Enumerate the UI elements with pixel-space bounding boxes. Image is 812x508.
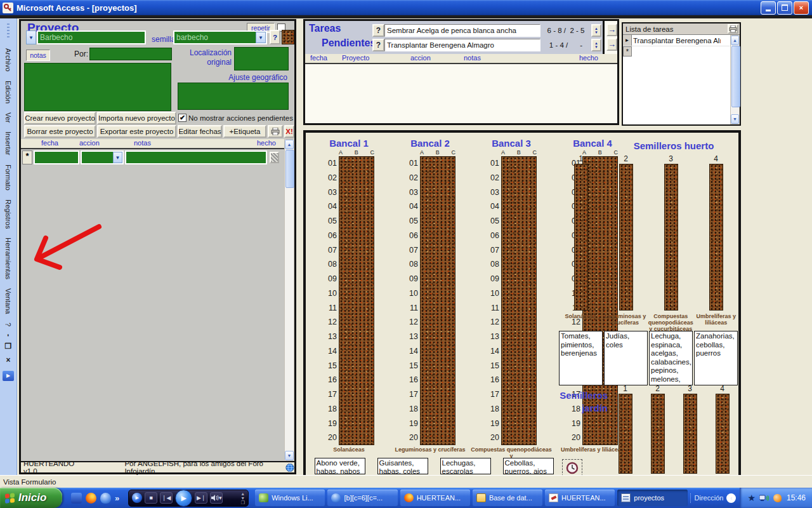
etiqueta-button[interactable]: +Etiqueta bbox=[223, 125, 266, 138]
por-field[interactable] bbox=[89, 48, 172, 60]
toolbar-options-button[interactable]: ▶ bbox=[3, 371, 14, 381]
send-task-button[interactable]: → bbox=[606, 23, 617, 36]
notas-field[interactable] bbox=[24, 63, 171, 111]
huerto-soil-column[interactable] bbox=[619, 164, 633, 311]
bancal-soil-column[interactable] bbox=[420, 156, 455, 445]
send-task-button[interactable]: → bbox=[606, 38, 617, 51]
amule-tray-icon[interactable] bbox=[773, 494, 782, 502]
task-help-button[interactable]: ? bbox=[372, 24, 384, 37]
semilla-help-button[interactable]: ? bbox=[270, 30, 280, 44]
project-combo[interactable]: Barbecho bbox=[37, 30, 146, 44]
notas-button[interactable]: notas bbox=[26, 50, 50, 61]
menu-herramientas[interactable]: Herramientas bbox=[4, 237, 12, 279]
new-fecha-field[interactable] bbox=[34, 150, 79, 164]
move-up-down-button[interactable]: ▲▼ bbox=[591, 39, 601, 51]
lista-scrollbar[interactable]: ▲ ▼ bbox=[730, 35, 740, 124]
new-notas-field[interactable] bbox=[125, 150, 267, 164]
task-text-field[interactable]: Sembrar Acelga de penca blanca ancha bbox=[384, 24, 540, 37]
deskband-chevron-icon[interactable]: ‹ bbox=[726, 493, 736, 503]
messenger-icon[interactable] bbox=[100, 493, 111, 504]
green-manure-box[interactable]: Cebollas, puerros, ajos bbox=[503, 458, 554, 474]
move-up-down-button[interactable]: ▲▼ bbox=[591, 24, 601, 37]
quick-launch-overflow-icon[interactable]: » bbox=[115, 493, 119, 503]
menu-formato[interactable]: Formato bbox=[4, 164, 12, 190]
menu-registros[interactable]: Registros bbox=[4, 199, 12, 229]
task-text-field[interactable]: Transplantar Berengena Almagro bbox=[384, 39, 540, 51]
taskbar-button-proyectos[interactable]: proyectos bbox=[617, 490, 687, 506]
minimize-window-icon[interactable]: - bbox=[4, 334, 13, 337]
huerto-soil-column[interactable] bbox=[709, 164, 723, 311]
task-help-button[interactable]: ? bbox=[372, 39, 384, 51]
band-resize-icons[interactable]: ▲▼❒ bbox=[240, 491, 245, 505]
jardin-soil-column[interactable] bbox=[716, 394, 730, 474]
bancal-soil-column[interactable] bbox=[501, 156, 537, 445]
ajuste-field[interactable] bbox=[178, 83, 289, 110]
restore-window-icon[interactable]: ❒ bbox=[4, 342, 13, 351]
cancel-button[interactable]: X! bbox=[284, 125, 294, 138]
star-tray-icon[interactable]: ★ bbox=[747, 493, 756, 503]
new-accion-combo[interactable]: ▼ bbox=[81, 150, 124, 164]
menu-edicin[interactable]: Edición bbox=[4, 81, 12, 104]
huerto-plants-box[interactable]: Tomates, pimientos, berenjenas bbox=[559, 331, 603, 385]
close-window-icon[interactable]: × bbox=[4, 356, 13, 364]
editar-fechas-button[interactable]: Editar fechas bbox=[178, 125, 222, 138]
clock-button[interactable] bbox=[562, 459, 582, 475]
taskbar-button-windowsli[interactable]: Windows Li... bbox=[255, 490, 325, 506]
bancal-soil-column[interactable] bbox=[339, 156, 374, 445]
huerto-plants-box[interactable]: Judías, coles bbox=[604, 331, 648, 385]
semilla-combo[interactable]: barbecho ▼ bbox=[173, 30, 267, 44]
menu-?[interactable]: ? bbox=[4, 323, 12, 326]
volume-button[interactable]: ▾ bbox=[210, 492, 223, 504]
jardin-soil-column[interactable] bbox=[619, 394, 632, 474]
stop-button[interactable]: ■ bbox=[145, 492, 157, 504]
taskbar-button-bc6c[interactable]: [b][c=6][c=... bbox=[327, 490, 397, 506]
hecho-toggle[interactable] bbox=[270, 152, 279, 163]
scroll-down-icon[interactable]: ▼ bbox=[285, 451, 294, 460]
task-list-row[interactable]: ►Transplantar Berengena Almagro bbox=[623, 35, 730, 46]
green-manure-box[interactable]: Guisantes, habas, coles bbox=[377, 458, 428, 474]
soil-picker-button[interactable] bbox=[282, 30, 294, 44]
scroll-up-icon[interactable]: ▲ bbox=[285, 140, 294, 149]
scroll-up-icon[interactable]: ▲ bbox=[731, 36, 739, 45]
proyecto-scrollbar[interactable]: ▲ ▼ bbox=[284, 139, 294, 461]
huerto-plants-box[interactable]: Zanahorias, cebollas, puerros bbox=[694, 331, 738, 385]
taskbar-button-basededat[interactable]: Base de dat... bbox=[473, 490, 542, 506]
minimize-button[interactable] bbox=[761, 1, 776, 15]
huerto-soil-column[interactable] bbox=[574, 164, 588, 311]
huerto-plants-box[interactable]: Lechuga, espinaca, acelgas, calabacines,… bbox=[649, 331, 693, 385]
borrar-proyecto-button[interactable]: Borrar este proyecto bbox=[24, 125, 96, 138]
jardin-soil-column[interactable] bbox=[651, 394, 665, 474]
project-combo-arrow-icon[interactable]: ▼ bbox=[26, 30, 36, 44]
start-button[interactable]: Inicio bbox=[0, 488, 62, 508]
taskbar-button-huertean[interactable]: HUERTEAN... bbox=[400, 490, 470, 506]
localizacion-field[interactable] bbox=[234, 47, 289, 70]
exportar-proyecto-button[interactable]: Exportar este proyecto bbox=[97, 125, 176, 138]
no-mostrar-checkbox[interactable]: ✔ bbox=[178, 114, 187, 122]
scroll-down-icon[interactable]: ▼ bbox=[731, 114, 739, 124]
menu-ventana[interactable]: Ventana bbox=[4, 288, 12, 314]
crear-proyecto-button[interactable]: Crear nuevo proyecto bbox=[24, 112, 96, 124]
play-button[interactable]: ▶ bbox=[175, 490, 192, 507]
jardin-soil-column[interactable] bbox=[683, 394, 697, 474]
close-button[interactable]: × bbox=[794, 1, 809, 15]
network-tray-icon[interactable] bbox=[759, 494, 769, 502]
importa-proyecto-button[interactable]: Importa nuevo proyecto bbox=[97, 112, 176, 124]
print-button[interactable] bbox=[268, 125, 283, 138]
huerto-soil-column[interactable] bbox=[664, 164, 678, 311]
restore-button[interactable] bbox=[777, 1, 792, 15]
menu-insertar[interactable]: Insertar bbox=[4, 131, 12, 155]
next-button[interactable]: ▶❘ bbox=[195, 492, 207, 504]
semilla-combo-arrow-icon[interactable]: ▼ bbox=[256, 32, 266, 43]
taskbar-button-huertean[interactable]: HUERTEAN... bbox=[545, 490, 615, 506]
menu-ver[interactable]: Ver bbox=[4, 112, 12, 123]
lista-print-button[interactable] bbox=[728, 24, 738, 34]
toolbar-grip[interactable] bbox=[7, 23, 10, 37]
previous-button[interactable]: ❘◀ bbox=[160, 492, 173, 504]
menu-archivo[interactable]: Archivo bbox=[4, 48, 12, 72]
green-manure-box[interactable]: Lechugas, escarolas bbox=[440, 458, 491, 474]
green-manure-box[interactable]: Abono verde, habas, nabos bbox=[315, 458, 365, 474]
accion-combo-arrow-icon[interactable]: ▼ bbox=[113, 152, 122, 163]
media-app-icon[interactable] bbox=[71, 493, 82, 504]
firefox-icon[interactable] bbox=[86, 493, 96, 504]
wmp-logo-icon[interactable]: ▶ bbox=[132, 493, 142, 503]
